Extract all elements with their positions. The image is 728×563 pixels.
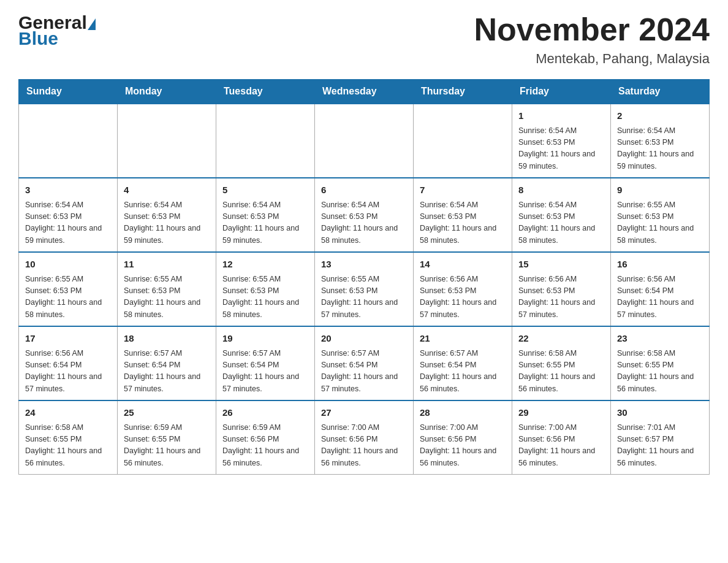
calendar-cell — [414, 104, 512, 178]
day-info: Sunrise: 6:57 AM Sunset: 6:54 PM Dayligh… — [124, 348, 210, 396]
day-number: 12 — [222, 258, 308, 272]
calendar-cell: 24Sunrise: 6:58 AM Sunset: 6:55 PM Dayli… — [19, 400, 118, 475]
day-info: Sunrise: 6:55 AM Sunset: 6:53 PM Dayligh… — [222, 274, 308, 321]
weekday-header-thursday: Thursday — [414, 80, 512, 104]
day-number: 6 — [321, 183, 407, 197]
calendar-cell: 30Sunrise: 7:01 AM Sunset: 6:57 PM Dayli… — [611, 400, 710, 475]
day-number: 3 — [25, 183, 111, 197]
day-info: Sunrise: 6:57 AM Sunset: 6:54 PM Dayligh… — [222, 348, 308, 396]
calendar-week-row: 17Sunrise: 6:56 AM Sunset: 6:54 PM Dayli… — [19, 326, 710, 400]
weekday-header-wednesday: Wednesday — [315, 80, 414, 104]
day-info: Sunrise: 6:55 AM Sunset: 6:53 PM Dayligh… — [124, 274, 210, 321]
calendar-cell: 8Sunrise: 6:54 AM Sunset: 6:53 PM Daylig… — [512, 178, 611, 252]
calendar-cell — [315, 104, 414, 178]
day-info: Sunrise: 6:56 AM Sunset: 6:53 PM Dayligh… — [420, 274, 506, 321]
calendar-cell: 3Sunrise: 6:54 AM Sunset: 6:53 PM Daylig… — [19, 178, 118, 252]
title-section: November 2024 Mentekab, Pahang, Malaysia — [474, 12, 710, 67]
weekday-header-monday: Monday — [118, 80, 216, 104]
day-info: Sunrise: 7:00 AM Sunset: 6:56 PM Dayligh… — [420, 422, 506, 470]
day-number: 20 — [321, 332, 407, 346]
calendar-cell: 5Sunrise: 6:54 AM Sunset: 6:53 PM Daylig… — [216, 178, 315, 252]
day-info: Sunrise: 6:58 AM Sunset: 6:55 PM Dayligh… — [25, 422, 111, 470]
day-info: Sunrise: 6:58 AM Sunset: 6:55 PM Dayligh… — [518, 348, 604, 396]
day-info: Sunrise: 6:54 AM Sunset: 6:53 PM Dayligh… — [518, 199, 604, 247]
day-number: 26 — [222, 406, 308, 420]
calendar-cell: 23Sunrise: 6:58 AM Sunset: 6:55 PM Dayli… — [611, 326, 710, 400]
day-number: 10 — [25, 258, 111, 272]
calendar-cell: 22Sunrise: 6:58 AM Sunset: 6:55 PM Dayli… — [512, 326, 611, 400]
calendar-week-row: 24Sunrise: 6:58 AM Sunset: 6:55 PM Dayli… — [19, 400, 710, 475]
day-info: Sunrise: 6:55 AM Sunset: 6:53 PM Dayligh… — [617, 199, 703, 247]
day-info: Sunrise: 6:54 AM Sunset: 6:53 PM Dayligh… — [222, 199, 308, 247]
calendar-cell: 20Sunrise: 6:57 AM Sunset: 6:54 PM Dayli… — [315, 326, 414, 400]
logo-blue-text: Blue — [18, 28, 96, 49]
day-info: Sunrise: 6:57 AM Sunset: 6:54 PM Dayligh… — [420, 348, 506, 396]
calendar-cell: 28Sunrise: 7:00 AM Sunset: 6:56 PM Dayli… — [414, 400, 512, 475]
day-info: Sunrise: 6:55 AM Sunset: 6:53 PM Dayligh… — [25, 274, 111, 321]
day-number: 21 — [420, 332, 506, 346]
logo: General Blue — [18, 12, 96, 49]
day-number: 14 — [420, 258, 506, 272]
calendar-cell — [19, 104, 118, 178]
day-number: 19 — [222, 332, 308, 346]
day-number: 22 — [518, 332, 604, 346]
day-info: Sunrise: 6:58 AM Sunset: 6:55 PM Dayligh… — [617, 348, 703, 396]
calendar-header: SundayMondayTuesdayWednesdayThursdayFrid… — [19, 80, 710, 104]
calendar-cell: 26Sunrise: 6:59 AM Sunset: 6:56 PM Dayli… — [216, 400, 315, 475]
day-info: Sunrise: 6:59 AM Sunset: 6:55 PM Dayligh… — [124, 422, 210, 470]
day-info: Sunrise: 6:59 AM Sunset: 6:56 PM Dayligh… — [222, 422, 308, 470]
day-info: Sunrise: 6:54 AM Sunset: 6:53 PM Dayligh… — [321, 199, 407, 247]
weekday-header-friday: Friday — [512, 80, 611, 104]
day-number: 9 — [617, 183, 703, 197]
day-number: 5 — [222, 183, 308, 197]
calendar-table: SundayMondayTuesdayWednesdayThursdayFrid… — [18, 79, 710, 475]
day-info: Sunrise: 6:55 AM Sunset: 6:53 PM Dayligh… — [321, 274, 407, 321]
day-info: Sunrise: 6:54 AM Sunset: 6:53 PM Dayligh… — [617, 125, 703, 173]
calendar-cell: 18Sunrise: 6:57 AM Sunset: 6:54 PM Dayli… — [118, 326, 216, 400]
calendar-cell: 2Sunrise: 6:54 AM Sunset: 6:53 PM Daylig… — [611, 104, 710, 178]
day-info: Sunrise: 6:56 AM Sunset: 6:54 PM Dayligh… — [25, 348, 111, 396]
location-title: Mentekab, Pahang, Malaysia — [474, 51, 710, 67]
calendar-cell: 1Sunrise: 6:54 AM Sunset: 6:53 PM Daylig… — [512, 104, 611, 178]
calendar-cell: 6Sunrise: 6:54 AM Sunset: 6:53 PM Daylig… — [315, 178, 414, 252]
day-number: 1 — [518, 109, 604, 123]
calendar-cell: 19Sunrise: 6:57 AM Sunset: 6:54 PM Dayli… — [216, 326, 315, 400]
day-number: 27 — [321, 406, 407, 420]
calendar-cell: 14Sunrise: 6:56 AM Sunset: 6:53 PM Dayli… — [414, 252, 512, 326]
logo-triangle-icon — [88, 18, 96, 30]
day-number: 25 — [124, 406, 210, 420]
calendar-week-row: 10Sunrise: 6:55 AM Sunset: 6:53 PM Dayli… — [19, 252, 710, 326]
day-number: 29 — [518, 406, 604, 420]
calendar-cell: 27Sunrise: 7:00 AM Sunset: 6:56 PM Dayli… — [315, 400, 414, 475]
calendar-cell — [216, 104, 315, 178]
calendar-body: 1Sunrise: 6:54 AM Sunset: 6:53 PM Daylig… — [19, 104, 710, 475]
day-number: 17 — [25, 332, 111, 346]
day-number: 16 — [617, 258, 703, 272]
calendar-cell: 10Sunrise: 6:55 AM Sunset: 6:53 PM Dayli… — [19, 252, 118, 326]
day-info: Sunrise: 6:54 AM Sunset: 6:53 PM Dayligh… — [25, 199, 111, 247]
calendar-cell: 4Sunrise: 6:54 AM Sunset: 6:53 PM Daylig… — [118, 178, 216, 252]
day-number: 13 — [321, 258, 407, 272]
calendar-cell: 9Sunrise: 6:55 AM Sunset: 6:53 PM Daylig… — [611, 178, 710, 252]
day-number: 4 — [124, 183, 210, 197]
calendar-cell: 7Sunrise: 6:54 AM Sunset: 6:53 PM Daylig… — [414, 178, 512, 252]
day-info: Sunrise: 6:57 AM Sunset: 6:54 PM Dayligh… — [321, 348, 407, 396]
day-info: Sunrise: 6:54 AM Sunset: 6:53 PM Dayligh… — [518, 125, 604, 173]
weekday-header-saturday: Saturday — [611, 80, 710, 104]
weekday-header-row: SundayMondayTuesdayWednesdayThursdayFrid… — [19, 80, 710, 104]
day-info: Sunrise: 6:54 AM Sunset: 6:53 PM Dayligh… — [124, 199, 210, 247]
day-number: 30 — [617, 406, 703, 420]
calendar-cell: 12Sunrise: 6:55 AM Sunset: 6:53 PM Dayli… — [216, 252, 315, 326]
day-number: 15 — [518, 258, 604, 272]
day-info: Sunrise: 6:56 AM Sunset: 6:54 PM Dayligh… — [617, 274, 703, 321]
weekday-header-sunday: Sunday — [19, 80, 118, 104]
day-number: 7 — [420, 183, 506, 197]
calendar-cell: 29Sunrise: 7:00 AM Sunset: 6:56 PM Dayli… — [512, 400, 611, 475]
calendar-cell: 25Sunrise: 6:59 AM Sunset: 6:55 PM Dayli… — [118, 400, 216, 475]
day-info: Sunrise: 7:00 AM Sunset: 6:56 PM Dayligh… — [321, 422, 407, 470]
calendar-week-row: 1Sunrise: 6:54 AM Sunset: 6:53 PM Daylig… — [19, 104, 710, 178]
page-header: General Blue November 2024 Mentekab, Pah… — [18, 12, 710, 67]
day-number: 23 — [617, 332, 703, 346]
calendar-cell: 17Sunrise: 6:56 AM Sunset: 6:54 PM Dayli… — [19, 326, 118, 400]
day-number: 11 — [124, 258, 210, 272]
